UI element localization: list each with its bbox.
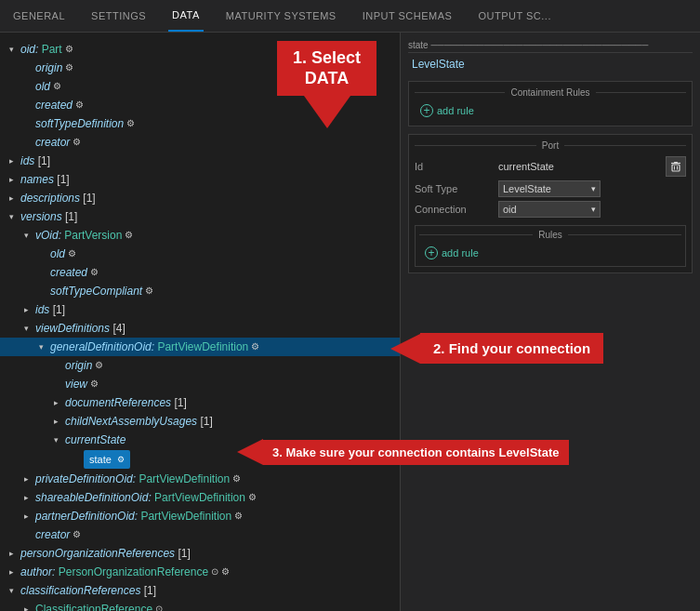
main-layout: oid: Part ⚙ origin ⚙ old ⚙ created ⚙ sof… [0, 33, 700, 611]
tree-item-oid-part[interactable]: oid: Part ⚙ [0, 40, 400, 59]
soft-type-dropdown[interactable]: LevelState [498, 180, 601, 197]
tree-item-g-origin[interactable]: origin ⚙ [0, 356, 400, 375]
label-general-def: generalDefinitionOid: [50, 339, 157, 355]
delete-port-btn[interactable] [666, 156, 686, 177]
label-v-ids: ids [35, 301, 49, 318]
arrow-author [9, 564, 20, 580]
add-port-rule-btn[interactable]: + add rule [419, 244, 681, 262]
tree-item-old[interactable]: old ⚙ [0, 77, 400, 96]
arrow-v-ids [24, 301, 35, 318]
tree-item-created[interactable]: created ⚙ [0, 96, 400, 114]
plus-icon-containment: + [420, 104, 433, 117]
bracket-doc-refs: [1] [171, 394, 187, 411]
label-origin: origin [35, 60, 62, 76]
tree-item-doc-refs[interactable]: documentReferences [1] [0, 393, 400, 412]
type-partner-def: PartViewDefinition [140, 508, 231, 525]
ref-icon-v-creator: ⚙ [73, 526, 81, 543]
tree-item-v-soft-type[interactable]: softTypeCompliant ⚙ [0, 282, 400, 300]
ref-icon-void: ⚙ [125, 227, 133, 244]
label-creator: creator [35, 134, 70, 151]
tree-item-versions[interactable]: versions [1] [0, 207, 400, 226]
field-label-id: Id [415, 161, 498, 172]
type-private-def: PartViewDefinition [139, 471, 230, 487]
tree-item-creator[interactable]: creator ⚙ [0, 133, 400, 152]
tree-item-v-created[interactable]: created ⚙ [0, 263, 400, 282]
bracket-class-refs: [1] [140, 582, 156, 599]
label-view-defs: viewDefinitions [35, 320, 110, 337]
nav-data[interactable]: DATA [168, 0, 204, 32]
add-port-rule-label: add rule [442, 247, 479, 259]
tree-item-v-old[interactable]: old ⚙ [0, 245, 400, 263]
arrow-current-state [54, 432, 65, 448]
label-author: author: [20, 564, 59, 580]
tree-item-partner-def[interactable]: partnerDefinitionOid: PartViewDefinition… [0, 507, 400, 525]
nav-input-schemas[interactable]: INPUT SCHEMAS [359, 0, 456, 32]
arrow-void [24, 227, 35, 244]
tree-panel[interactable]: oid: Part ⚙ origin ⚙ old ⚙ created ⚙ sof… [0, 33, 400, 611]
ref-icon-old: ⚙ [53, 78, 61, 95]
nav-general[interactable]: GENERAL [9, 0, 69, 32]
tree-item-shareable-def[interactable]: shareableDefinitionOid: PartViewDefiniti… [0, 488, 400, 507]
tree-item-person-org[interactable]: personOrganizationReferences [1] [0, 544, 400, 563]
state-badge[interactable]: state ⚙ [84, 450, 130, 469]
label-person-org: personOrganizationReferences [20, 545, 175, 562]
label-descriptions: descriptions [20, 190, 80, 206]
connection-dropdown[interactable]: oid [498, 201, 601, 218]
ref-icon-general-def: ⚙ [251, 339, 259, 355]
bracket-names: [1] [54, 171, 70, 188]
tree-item-class-refs[interactable]: classificationReferences [1] [0, 581, 400, 600]
ref-icon-v-created: ⚙ [90, 264, 99, 281]
state-label-text: state ───────────────────────────────── [408, 40, 648, 50]
label-v-old: old [50, 246, 65, 262]
add-containment-rule-btn[interactable]: + add rule [415, 101, 686, 120]
tree-item-child-next[interactable]: childNextAssemblyUsages [1] [0, 412, 400, 431]
add-containment-rule-label: add rule [437, 105, 474, 116]
tree-item-ids[interactable]: ids [1] [0, 152, 400, 170]
ref-icon-g-origin: ⚙ [95, 357, 103, 374]
tree-item-v-ids[interactable]: ids [1] [0, 300, 400, 319]
port-rules-label: Rules [533, 230, 568, 240]
field-row-connection: Connection oid [415, 201, 686, 218]
state-section: state ───────────────────────────────── … [408, 40, 693, 73]
label-current-state: currentState [65, 432, 125, 448]
tree-item-general-def-oid[interactable]: generalDefinitionOid: PartViewDefinition… [0, 338, 400, 356]
ref-icon-creator: ⚙ [73, 134, 81, 151]
nav-maturity[interactable]: MATURITY SYSTEMS [222, 0, 340, 32]
tree-item-v-creator[interactable]: creator ⚙ [0, 525, 400, 544]
trash-icon [669, 160, 682, 173]
arrow-descriptions [9, 190, 20, 206]
arrow-shareable-def [24, 489, 35, 506]
tree-item-state-badge[interactable]: state ⚙ [0, 449, 400, 470]
tree-item-view-defs[interactable]: viewDefinitions [4] [0, 319, 400, 338]
bracket-versions: [1] [62, 208, 78, 225]
arrow-partner-def [24, 508, 35, 525]
tree-item-void-partversion[interactable]: vOid: PartVersion ⚙ [0, 226, 400, 245]
tree-item-author[interactable]: author: PersonOrganizationReference ⊙ ⚙ [0, 563, 400, 581]
port-rules-section: Rules + add rule [415, 225, 686, 267]
type-part-view-def: PartViewDefinition [157, 339, 248, 355]
type-shareable-def: PartViewDefinition [154, 489, 245, 506]
tree-item-descriptions[interactable]: descriptions [1] [0, 189, 400, 207]
label-g-origin: origin [65, 357, 92, 374]
tree-item-origin[interactable]: origin ⚙ [0, 59, 400, 77]
label-g-view: view [65, 376, 87, 392]
arrow-names [9, 171, 20, 188]
ref-icon-shareable-def: ⚙ [248, 489, 257, 506]
field-row-id: Id currentState [415, 156, 686, 177]
ref-icon-author: ⊙ ⚙ [211, 564, 230, 580]
ref-icon-soft-type-def: ⚙ [126, 115, 135, 132]
tree-item-classification-ref[interactable]: ClassificationReference ⊙ [0, 600, 400, 611]
nav-output[interactable]: OUTPUT SC... [474, 0, 555, 32]
port-section: Port Id currentState [408, 134, 693, 273]
tree-item-current-state[interactable]: currentState [0, 431, 400, 449]
tree-item-g-view[interactable]: view ⚙ [0, 375, 400, 393]
nav-settings[interactable]: SETTINGS [87, 0, 150, 32]
tree-item-private-def[interactable]: privateDefinitionOid: PartViewDefinition… [0, 470, 400, 488]
tree-item-names[interactable]: names [1] [0, 170, 400, 189]
label-names: names [20, 171, 54, 188]
label-private-def: privateDefinitionOid: [35, 471, 139, 487]
field-label-soft-type: Soft Type [415, 183, 498, 194]
ref-icon-v-old: ⚙ [68, 246, 76, 262]
tree-item-soft-type-def[interactable]: softTypeDefinition ⚙ [0, 114, 400, 133]
arrow-oid-part [9, 41, 20, 58]
